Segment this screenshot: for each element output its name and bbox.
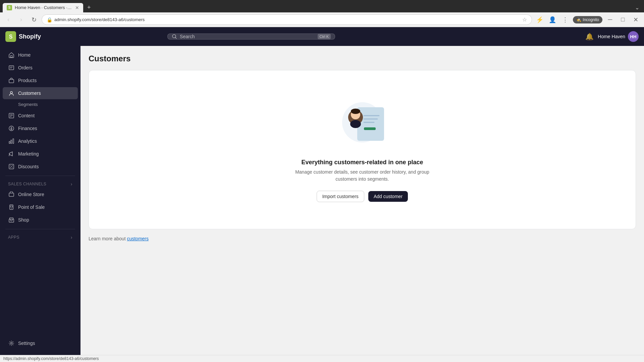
bookmark-icon[interactable]: ☆ <box>522 16 527 23</box>
sidebar-item-customers-label: Customers <box>18 90 41 96</box>
close-browser-button[interactable]: ✕ <box>631 15 641 25</box>
sidebar-item-shop[interactable]: Shop <box>3 214 78 226</box>
status-url: https://admin.shopify.com/store/de8143-a… <box>3 356 99 361</box>
sidebar-item-analytics-label: Analytics <box>18 138 37 144</box>
browser-chrome: S Home Haven · Customers · Sho… ✕ + ⌄ ‹ … <box>0 0 644 27</box>
top-bar-actions: 🔔 Home Haven HH <box>584 31 639 42</box>
shopify-logo-icon: S <box>5 31 16 42</box>
browser-settings-button[interactable]: ⋮ <box>560 15 570 25</box>
address-bar[interactable]: 🔒 admin.shopify.com/store/de8143-a6/cust… <box>42 14 532 25</box>
notification-button[interactable]: 🔔 <box>584 31 595 42</box>
home-icon <box>8 52 15 58</box>
store-name[interactable]: Home Haven <box>598 34 625 39</box>
incognito-icon: 🕵 <box>576 17 581 22</box>
address-text: admin.shopify.com/store/de8143-a6/custom… <box>54 17 520 22</box>
profile-button[interactable]: 👤 <box>547 15 557 25</box>
orders-icon <box>8 64 15 71</box>
sidebar-item-settings-label: Settings <box>18 341 35 346</box>
svg-rect-24 <box>10 206 12 207</box>
tab-nav-buttons: ⌄ <box>633 4 641 11</box>
empty-state-illustration <box>332 97 392 151</box>
search-bar[interactable]: Search Ctrl K <box>167 34 335 40</box>
svg-point-36 <box>351 109 360 114</box>
page-title: Customers <box>89 54 636 63</box>
back-button[interactable]: ‹ <box>3 15 13 25</box>
svg-line-3 <box>175 38 177 39</box>
empty-state-card: Everything customers-related in one plac… <box>89 70 636 229</box>
sidebar-item-orders[interactable]: Orders <box>3 62 78 74</box>
forward-button[interactable]: › <box>16 15 26 25</box>
avatar[interactable]: HH <box>628 31 639 42</box>
sidebar-item-customers[interactable]: Customers <box>3 87 78 99</box>
reload-button[interactable]: ↻ <box>29 15 39 25</box>
import-customers-button[interactable]: Import customers <box>317 191 364 202</box>
svg-rect-29 <box>357 107 384 141</box>
sidebar-item-settings[interactable]: Settings <box>3 337 78 349</box>
svg-rect-17 <box>13 139 14 143</box>
svg-point-14 <box>9 126 14 131</box>
sidebar-item-shop-label: Shop <box>18 217 29 223</box>
tab-favicon: S <box>7 5 12 10</box>
shopify-app: S Shopify Search Ctrl K 🔔 Home Haven HH <box>0 27 644 355</box>
learn-more: Learn more about customers <box>89 236 636 241</box>
svg-rect-16 <box>11 140 12 143</box>
svg-rect-15 <box>9 141 10 143</box>
sales-channels-section: Sales channels › <box>0 179 80 188</box>
svg-point-25 <box>11 208 12 209</box>
sidebar-item-pos[interactable]: Point of Sale <box>3 201 78 213</box>
settings-icon <box>8 340 15 347</box>
svg-rect-4 <box>10 56 12 57</box>
shop-icon <box>8 217 15 223</box>
apps-expand[interactable]: › <box>71 235 72 240</box>
learn-more-text: Learn more about <box>89 236 126 241</box>
top-bar: S Shopify Search Ctrl K 🔔 Home Haven HH <box>0 27 644 46</box>
sidebar-item-discounts-label: Discounts <box>18 164 39 169</box>
shopify-logo-text: Shopify <box>19 33 41 40</box>
extensions-button[interactable]: ⚡ <box>535 15 545 25</box>
sidebar-bottom: Settings <box>0 334 80 352</box>
sidebar-item-finances[interactable]: Finances <box>3 122 78 134</box>
sidebar-item-marketing[interactable]: Marketing <box>3 148 78 160</box>
sidebar-item-discounts[interactable]: Discounts <box>3 161 78 173</box>
svg-point-27 <box>11 343 12 344</box>
shopify-logo[interactable]: S Shopify <box>5 31 41 42</box>
sidebar-item-online-store[interactable]: Online Store <box>3 188 78 200</box>
search-icon <box>172 34 177 39</box>
tab-menu-button[interactable]: ⌄ <box>633 4 641 11</box>
tab-close-button[interactable]: ✕ <box>75 5 79 10</box>
browser-tabs: S Home Haven · Customers · Sho… ✕ + ⌄ <box>0 0 644 12</box>
sidebar-item-content[interactable]: Content <box>3 110 78 122</box>
learn-more-link[interactable]: customers <box>127 236 149 241</box>
browser-tab-active[interactable]: S Home Haven · Customers · Sho… ✕ <box>3 3 83 12</box>
secure-icon: 🔒 <box>47 17 52 22</box>
sidebar-item-content-label: Content <box>18 113 35 118</box>
sidebar-item-online-store-label: Online Store <box>18 192 44 197</box>
sidebar-item-products[interactable]: Products <box>3 74 78 86</box>
svg-point-37 <box>350 120 361 128</box>
empty-state: Everything customers-related in one plac… <box>89 70 636 229</box>
sidebar-item-home[interactable]: Home <box>3 49 78 61</box>
products-icon <box>8 77 15 84</box>
sidebar-item-segments-label: Segments <box>18 102 38 107</box>
add-customer-button[interactable]: Add customer <box>368 191 408 202</box>
sidebar-item-finances-label: Finances <box>18 126 37 131</box>
svg-rect-5 <box>9 66 14 70</box>
new-tab-button[interactable]: + <box>85 3 94 12</box>
sidebar-item-analytics[interactable]: Analytics <box>3 135 78 147</box>
svg-text:S: S <box>9 34 13 40</box>
sidebar-divider-1 <box>5 176 75 176</box>
sidebar-item-segments[interactable]: Segments <box>3 100 78 109</box>
sales-channels-expand[interactable]: › <box>71 181 72 187</box>
discounts-icon <box>8 163 15 170</box>
svg-rect-33 <box>364 127 376 130</box>
apps-label: Apps <box>8 235 19 240</box>
search-shortcut: Ctrl K <box>318 34 331 39</box>
svg-rect-22 <box>9 193 14 196</box>
svg-point-9 <box>10 92 12 94</box>
online-store-icon <box>8 191 15 198</box>
analytics-icon <box>8 138 15 144</box>
browser-toolbar: ‹ › ↻ 🔒 admin.shopify.com/store/de8143-a… <box>0 12 644 27</box>
maximize-button[interactable]: □ <box>618 15 628 25</box>
minimize-button[interactable]: ─ <box>605 15 615 25</box>
finances-icon <box>8 125 15 132</box>
